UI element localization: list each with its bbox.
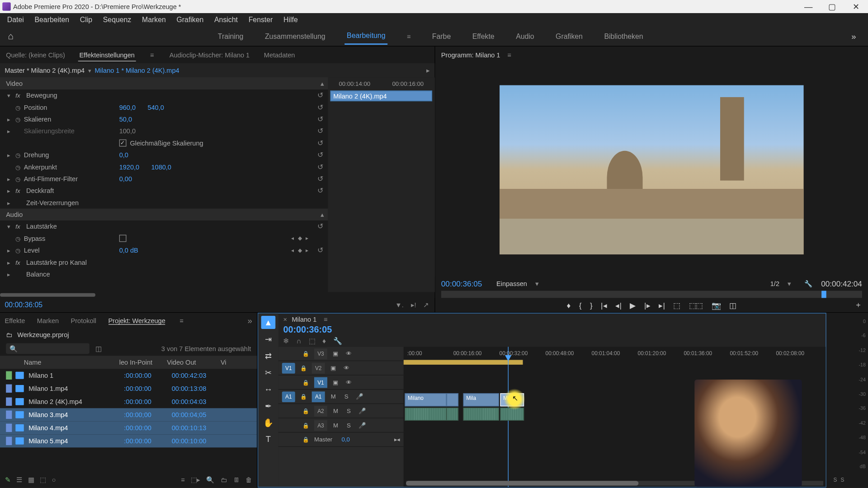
bypass-checkbox[interactable]: [119, 235, 127, 242]
eye-icon[interactable]: [342, 365, 351, 371]
tab-audio-mixer[interactable]: Audioclip-Mischer: Milano 1: [168, 49, 251, 61]
val-level[interactable]: 0,0 dB: [119, 247, 138, 254]
wrench-icon[interactable]: 🔧: [333, 337, 342, 345]
solo-icon[interactable]: S: [342, 393, 351, 400]
clip-v1-4[interactable]: Mila: [500, 393, 524, 406]
expand-icon[interactable]: ▸: [7, 247, 15, 254]
reset-icon[interactable]: ↺: [317, 115, 323, 123]
prop-balance[interactable]: Balance: [26, 271, 122, 278]
step-fwd-icon[interactable]: |▸: [644, 300, 651, 310]
expand-icon[interactable]: ▸: [7, 271, 15, 277]
stopwatch-icon[interactable]: ◷: [15, 235, 24, 242]
expand-icon[interactable]: ▸: [7, 152, 15, 159]
filter-icon[interactable]: ◫: [95, 345, 101, 352]
val-rotation[interactable]: 0,0: [119, 151, 128, 159]
reset-icon[interactable]: ↺: [317, 103, 323, 111]
toggle-output-icon[interactable]: ▣: [331, 350, 340, 357]
toggle-output-icon[interactable]: ▣: [329, 365, 338, 371]
playonly-icon[interactable]: ▸!: [411, 301, 416, 309]
menu-clip[interactable]: Clip: [75, 14, 97, 25]
val-anchor-y[interactable]: 1080,0: [151, 163, 171, 170]
ec-play-icon[interactable]: ▸: [426, 66, 430, 74]
home-button[interactable]: ⌂: [0, 26, 21, 46]
ws-effects[interactable]: Effekte: [470, 28, 497, 44]
maximize-button[interactable]: ▢: [821, 0, 844, 13]
sequence-name[interactable]: Milano 1: [292, 316, 316, 323]
out-point-icon[interactable]: }: [590, 300, 593, 310]
mute-icon[interactable]: M: [331, 422, 340, 429]
sort-icon[interactable]: ≡: [181, 476, 184, 483]
lock-icon[interactable]: [301, 436, 311, 443]
tab-ec-menu-icon[interactable]: ≡: [148, 51, 156, 58]
program-fit[interactable]: Einpassen: [496, 280, 527, 287]
new-item-icon[interactable]: 🗏: [233, 476, 240, 483]
voiceover-icon[interactable]: 🎤: [357, 408, 367, 414]
menu-marken[interactable]: Marken: [137, 14, 170, 25]
seq-close-icon[interactable]: ×: [283, 316, 287, 323]
master-val[interactable]: 0,0: [342, 436, 350, 443]
wrench-icon[interactable]: 🔧: [804, 280, 812, 287]
solo-right[interactable]: S: [840, 477, 844, 483]
prop-chanvol[interactable]: Lautstärke pro Kanal: [26, 258, 122, 266]
menu-ansicht[interactable]: Ansicht: [210, 14, 243, 25]
val-position-x[interactable]: 960,0: [119, 103, 136, 111]
track-select-tool[interactable]: ⇥: [261, 333, 276, 346]
voiceover-icon[interactable]: 🎤: [357, 422, 367, 429]
clip-v1-3[interactable]: Mila: [463, 393, 499, 406]
program-video[interactable]: [500, 85, 804, 255]
val-flicker[interactable]: 0,00: [119, 175, 132, 183]
expand-icon[interactable]: ▸◂: [394, 436, 400, 443]
lock-icon[interactable]: [299, 365, 308, 371]
ws-audio[interactable]: Audio: [514, 28, 537, 44]
trash-icon[interactable]: 🗑: [245, 476, 252, 483]
ws-graphics[interactable]: Grafiken: [553, 28, 585, 44]
in-point-icon[interactable]: {: [579, 300, 582, 310]
go-out-icon[interactable]: ▸|: [659, 300, 665, 310]
clip-v1-1[interactable]: Milano: [405, 393, 446, 406]
stopwatch-icon[interactable]: ◷: [15, 116, 24, 122]
add-button-icon[interactable]: ＋: [854, 300, 862, 310]
snapshot-icon[interactable]: 📷: [712, 300, 721, 310]
step-back-icon[interactable]: ◂|: [615, 300, 622, 310]
lock-icon[interactable]: [301, 422, 311, 429]
lock-icon[interactable]: [299, 393, 308, 400]
chevron-down-icon[interactable]: ▾: [535, 280, 539, 287]
menu-datei[interactable]: Datei: [2, 14, 28, 25]
work-area-bar[interactable]: [404, 360, 523, 365]
reset-icon[interactable]: ↺: [317, 151, 323, 159]
prop-timeremap[interactable]: Zeit-Verzerrungen: [26, 199, 122, 206]
export-icon[interactable]: ↗: [423, 301, 429, 309]
clip-a1-1[interactable]: [405, 408, 446, 421]
reset-icon[interactable]: ↺: [317, 222, 323, 230]
expand-icon[interactable]: ▸: [7, 116, 15, 122]
auto-seq-icon[interactable]: ⬚▸: [191, 476, 200, 483]
expand-icon[interactable]: ▸: [7, 199, 15, 206]
icon-view-icon[interactable]: ▦: [28, 476, 34, 483]
ec-scrollbar-thumb[interactable]: [0, 293, 95, 297]
stopwatch-icon[interactable]: ◷: [15, 104, 24, 111]
expand-icon[interactable]: ▸: [7, 259, 15, 266]
ws-color[interactable]: Farbe: [430, 28, 453, 44]
a1-label[interactable]: A1: [312, 391, 325, 402]
keyframe-nav[interactable]: ◂ ◆ ▸: [291, 235, 310, 241]
minimize-button[interactable]: —: [797, 0, 821, 13]
project-list[interactable]: Milano 1:00:00:0000:00:42:03Milano 1.mp4…: [0, 369, 257, 472]
project-item[interactable]: Milano 5.mp4:00:00:0000:00:10:00: [0, 434, 257, 447]
clip-v1-2[interactable]: [447, 393, 458, 406]
clip-a1-3[interactable]: [463, 408, 499, 421]
tab-proj-menu-icon[interactable]: ≡: [177, 317, 186, 324]
tab-metadata[interactable]: Metadaten: [263, 49, 296, 61]
extract-icon[interactable]: ⬚⬚: [689, 300, 703, 310]
selection-tool[interactable]: ▲: [261, 316, 276, 329]
mute-icon[interactable]: M: [331, 408, 340, 414]
v3-label[interactable]: V3: [314, 348, 327, 359]
playhead-marker[interactable]: [821, 291, 826, 298]
menu-fenster[interactable]: Fenster: [244, 14, 278, 25]
timeline-ruler[interactable]: :00:0000:00:16:0000:00:32:0000:00:48:000…: [404, 347, 826, 360]
ws-training[interactable]: Training: [216, 28, 246, 44]
eye-icon[interactable]: [344, 379, 354, 386]
expand-icon[interactable]: ▸: [7, 128, 15, 135]
reset-icon[interactable]: ↺: [317, 127, 323, 135]
keyframe-nav[interactable]: ◂ ◆ ▸: [291, 247, 310, 253]
list-view-icon[interactable]: ☰: [16, 476, 22, 483]
